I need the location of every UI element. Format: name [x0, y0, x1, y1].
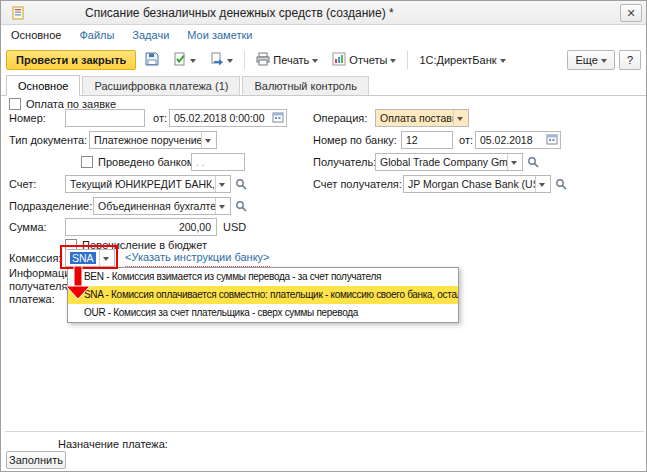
currency-label: USD — [223, 218, 246, 236]
reports-button[interactable]: Отчеты — [327, 50, 401, 70]
purpose-label: Назначение платежа: — [58, 435, 168, 453]
print-button[interactable]: Печать — [251, 50, 323, 70]
open-icon[interactable] — [554, 177, 568, 191]
chevron-down-icon — [500, 59, 506, 66]
commission-option-our[interactable]: OUR - Комиссия за счет плательщика - све… — [68, 304, 458, 322]
tab-main[interactable]: Основное — [6, 75, 80, 96]
post-document-icon — [173, 52, 187, 68]
toolbar: Провести и закрыть Печать Отчеты 1С:Дире… — [1, 45, 646, 75]
toolbar-separator — [407, 51, 408, 69]
posted-date-field[interactable]: . . — [191, 153, 245, 171]
commission-combobox[interactable]: SNA — [65, 249, 115, 267]
chevron-down-icon — [390, 59, 396, 66]
chevron-down-icon[interactable] — [99, 250, 112, 266]
commission-option-ben[interactable]: BEN - Комиссия взимается из суммы перево… — [68, 268, 458, 286]
bank-date-from-label: от: — [459, 131, 473, 149]
department-combobox[interactable]: Объединенная бухгалтерия — [93, 197, 231, 215]
chevron-down-icon[interactable] — [201, 132, 214, 148]
number-label: Номер: — [9, 109, 46, 127]
payee-account-combobox[interactable]: JP Morgan Chase Bank (USD) — [403, 175, 551, 193]
chevron-down-icon — [227, 59, 233, 66]
tab-currency-control[interactable]: Валютный контроль — [242, 76, 368, 95]
directbank-button[interactable]: 1С:ДиректБанк — [414, 50, 510, 70]
bank-number-label: Номер по банку: — [313, 131, 397, 149]
chevron-down-icon — [312, 59, 318, 66]
doc-type-combobox[interactable]: Платежное поручение — [89, 131, 217, 149]
save-button[interactable] — [140, 50, 164, 70]
date-from-label: от: — [153, 109, 167, 127]
commission-label: Комиссия: — [9, 249, 61, 267]
bank-instructions-link[interactable]: <Указать инструкции банку> — [125, 249, 270, 267]
bank-date-field[interactable]: 05.02.2018 — [475, 131, 561, 149]
post-and-close-button[interactable]: Провести и закрыть — [6, 50, 136, 70]
payee-account-label: Счет получателя: — [313, 175, 402, 193]
amount-label: Сумма: — [9, 218, 47, 236]
print-icon — [256, 52, 270, 68]
create-based-on-button[interactable] — [205, 50, 238, 70]
commission-option-sna[interactable]: SNA - Комиссия оплачивается совместно: п… — [68, 286, 458, 304]
tab-payment-details[interactable]: Расшифровка платежа (1) — [82, 76, 240, 95]
doc-type-label: Тип документа: — [9, 131, 87, 149]
title-bar: Списание безналичных денежных средств (с… — [1, 1, 646, 25]
help-button[interactable]: ? — [619, 50, 641, 70]
open-icon[interactable] — [234, 199, 248, 213]
open-icon[interactable] — [234, 177, 248, 191]
nav-item-tasks[interactable]: Задачи — [132, 29, 169, 41]
posted-by-bank-checkbox[interactable] — [81, 156, 93, 168]
chevron-down-icon[interactable] — [535, 176, 548, 192]
chevron-down-icon[interactable] — [507, 154, 520, 170]
commission-dropdown-list: BEN - Комиссия взимается из суммы перево… — [67, 267, 459, 323]
document-window: Списание безналичных денежных средств (с… — [0, 0, 647, 472]
number-field[interactable] — [65, 109, 145, 127]
post-document-button[interactable] — [168, 50, 201, 70]
chevron-down-icon[interactable] — [215, 176, 228, 192]
chevron-down-icon[interactable] — [453, 110, 466, 126]
bottom-separator — [5, 431, 644, 432]
reports-icon — [332, 52, 346, 68]
toolbar-separator — [244, 51, 245, 69]
payee-label: Получатель: — [313, 153, 376, 171]
document-date-field[interactable]: 05.02.2018 0:00:00 — [169, 109, 287, 127]
posted-by-bank-label: Проведено банком — [98, 153, 194, 171]
nav-row: Основное Файлы Задачи Мои заметки — [1, 25, 646, 45]
calendar-icon[interactable] — [272, 111, 284, 125]
open-icon[interactable] — [526, 155, 540, 169]
bank-number-field[interactable]: 12 — [401, 131, 453, 149]
nav-item-notes[interactable]: Мои заметки — [187, 29, 252, 41]
document-icon — [11, 6, 25, 22]
close-icon[interactable]: ✕ — [620, 4, 642, 22]
create-based-on-icon — [210, 52, 224, 68]
calendar-icon[interactable] — [546, 133, 558, 147]
operation-label: Операция: — [313, 109, 367, 127]
chevron-down-icon — [601, 59, 607, 66]
nav-item-files[interactable]: Файлы — [79, 29, 114, 41]
amount-field[interactable]: 200,00 — [65, 218, 217, 236]
operation-combobox[interactable]: Оплата поставщику — [375, 109, 469, 127]
account-label: Счет: — [9, 175, 36, 193]
account-combobox[interactable]: Текущий ЮНИКРЕДИТ БАНК, Деловой — [65, 175, 231, 193]
chevron-down-icon[interactable] — [215, 198, 228, 214]
nav-item-main[interactable]: Основное — [11, 29, 61, 41]
window-title: Списание безналичных денежных средств (с… — [85, 1, 394, 25]
chevron-down-icon — [190, 59, 196, 66]
more-button[interactable]: Еще — [567, 50, 614, 70]
department-label: Подразделение: — [9, 197, 92, 215]
tab-strip: Основное Расшифровка платежа (1) Валютны… — [1, 75, 646, 96]
fill-button[interactable]: Заполнить — [6, 451, 66, 469]
save-icon — [145, 52, 159, 68]
payee-combobox[interactable]: Global Trade Company GmbH — [375, 153, 523, 171]
